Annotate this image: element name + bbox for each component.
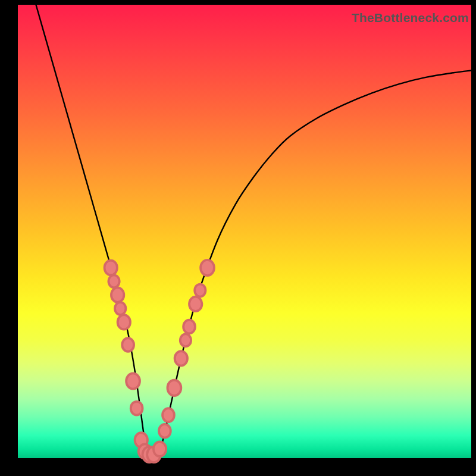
highlight-dot [183,320,195,334]
highlight-dot [175,351,187,366]
highlight-dot [118,315,130,330]
curve-svg [18,5,471,458]
chart-frame: TheBottleneck.com [0,0,476,476]
highlight-dot [131,402,143,415]
highlight-dot [189,297,202,312]
highlight-dot [180,334,191,346]
highlight-dot [122,338,134,352]
highlight-dot [154,441,166,456]
highlight-dot [105,261,117,275]
highlight-dot [126,373,140,389]
plot-area: TheBottleneck.com [18,5,471,458]
highlight-dot [195,284,205,297]
highlight-dot [115,302,126,315]
highlight-dots [105,260,214,462]
highlight-dot [162,408,174,422]
highlight-dot [201,260,214,275]
highlight-dot [167,380,181,396]
highlight-dot [159,424,171,438]
highlight-dot [111,287,124,302]
highlight-dot [108,275,119,287]
bottleneck-curve [36,5,471,458]
